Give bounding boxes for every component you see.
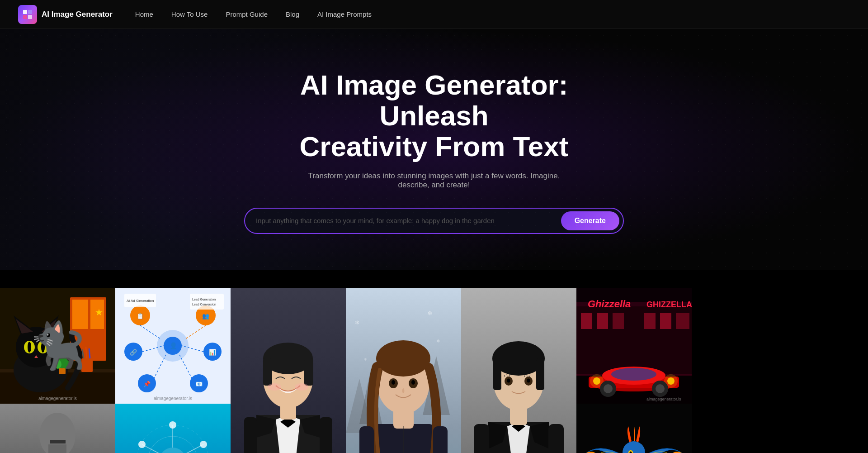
hero-title: AI Image Generator: Unleash Creativity F…: [253, 70, 615, 162]
svg-text:📊: 📊: [209, 348, 217, 356]
svg-rect-131: [493, 358, 501, 390]
svg-text:📌: 📌: [143, 380, 151, 388]
gallery-item-knight[interactable]: ✦ aimagegenerator.is: [0, 404, 115, 453]
nav-logo-text: AI Image Generator: [42, 10, 113, 19]
svg-rect-2: [23, 15, 27, 19]
svg-text:❄: ❄: [427, 310, 433, 317]
svg-rect-3: [28, 15, 32, 19]
nav-logo[interactable]: AI Image Generator: [18, 5, 113, 24]
svg-text:📋: 📋: [137, 312, 144, 320]
svg-marker-15: [42, 319, 57, 334]
svg-text:GHIZZELLA: GHIZZELLA: [646, 300, 692, 309]
svg-rect-1: [28, 10, 32, 14]
svg-point-16: [24, 341, 35, 353]
svg-rect-102: [244, 417, 257, 453]
svg-text:📧: 📧: [195, 380, 203, 388]
svg-rect-26: [59, 365, 66, 374]
svg-rect-145: [474, 424, 489, 453]
svg-rect-0: [23, 10, 27, 14]
svg-rect-6: [72, 300, 88, 329]
svg-text:Ai Ad Generation: Ai Ad Generation: [127, 299, 154, 303]
gallery-col-4: ❄ ❄ ❄ ❄ aimagegenerator.is: [346, 288, 461, 453]
svg-rect-103: [320, 417, 332, 453]
woman-snow-svg: ❄ ❄ ❄ ❄: [346, 288, 461, 453]
svg-rect-152: [613, 313, 624, 329]
svg-text:Lead Generation: Lead Generation: [192, 298, 216, 301]
svg-rect-21: [81, 358, 93, 372]
svg-text:★: ★: [95, 307, 103, 317]
svg-point-18: [28, 342, 31, 353]
svg-line-24: [89, 348, 90, 358]
nav-link-prompt-guide[interactable]: Prompt Guide: [226, 10, 268, 18]
tech-svg: 🔗: [115, 404, 231, 453]
svg-text:Ghizzella: Ghizzella: [588, 298, 631, 310]
svg-point-136: [527, 378, 530, 382]
gallery-item-woman-tux-1[interactable]: aimagegenerator.is: [231, 288, 346, 453]
svg-rect-68: [190, 294, 224, 310]
infographic-svg: 👤 📋 👥 🔗 📊 📌 📧: [115, 288, 231, 404]
generate-button[interactable]: Generate: [561, 211, 619, 230]
svg-rect-97: [304, 358, 313, 386]
nav-link-blog[interactable]: Blog: [286, 10, 299, 18]
svg-point-163: [611, 368, 656, 381]
gallery-item-tech[interactable]: 🔗 aimagegenerator.is: [115, 404, 231, 453]
gallery-item-car-neon[interactable]: Ghizzella GHIZZELLA: [576, 288, 692, 404]
svg-point-99: [295, 383, 308, 391]
svg-rect-96: [263, 358, 272, 386]
nav-link-how-to-use[interactable]: How To Use: [171, 10, 208, 18]
gallery-col-6: Ghizzella GHIZZELLA: [576, 288, 692, 453]
nav-link-home[interactable]: Home: [135, 10, 153, 18]
hero-section: AI Image Generator: Unleash Creativity F…: [0, 29, 868, 270]
svg-point-19: [41, 342, 45, 353]
svg-rect-151: [597, 313, 608, 329]
svg-rect-153: [644, 313, 656, 329]
svg-point-98: [268, 383, 281, 391]
search-bar: Generate: [244, 208, 624, 234]
svg-rect-155: [676, 313, 689, 329]
svg-point-29: [62, 360, 70, 369]
nav-link-ai-image-prompts[interactable]: AI Image Prompts: [317, 10, 372, 18]
gallery-col-2: 👤 📋 👥 🔗 📊 📌 📧: [115, 288, 231, 453]
svg-text:🔗: 🔗: [130, 348, 137, 356]
svg-text:❄: ❄: [436, 339, 440, 343]
car-neon-svg: Ghizzella GHIZZELLA: [576, 288, 692, 404]
svg-point-112: [376, 340, 430, 377]
svg-rect-150: [581, 313, 592, 329]
svg-point-115: [392, 380, 395, 385]
svg-rect-154: [660, 313, 671, 329]
gallery-item-woman-snow[interactable]: ❄ ❄ ❄ ❄ aimagegenerator.is: [346, 288, 461, 453]
cat-svg: ★: [0, 288, 115, 404]
gallery-col-3: aimagegenerator.is: [231, 288, 346, 453]
svg-rect-34: [50, 440, 66, 443]
gallery-item-black-cat[interactable]: ★ aimagegenerator.is: [0, 288, 115, 404]
gallery-item-woman-tux-2[interactable]: aimagegenerator.is: [461, 288, 576, 453]
svg-rect-146: [548, 424, 564, 453]
navbar: AI Image Generator Home How To Use Promp…: [0, 0, 868, 29]
gallery-col-1: ★ aimagegenerator.is: [0, 288, 115, 453]
woman-tux2-svg: [461, 288, 576, 453]
svg-text:👤: 👤: [170, 342, 178, 350]
svg-point-27: [57, 355, 67, 368]
svg-text:Lead Conversion: Lead Conversion: [192, 303, 216, 306]
svg-rect-33: [48, 444, 66, 453]
gallery-item-infographic[interactable]: 👤 📋 👥 🔗 📊 📌 📧: [115, 288, 231, 404]
svg-text:❄: ❄: [355, 319, 359, 326]
svg-point-116: [411, 380, 415, 385]
gallery-item-phoenix[interactable]: [576, 404, 692, 453]
svg-text:aimagegenerator.is: aimagegenerator.is: [646, 397, 681, 401]
svg-rect-118: [359, 426, 374, 453]
nav-links: Home How To Use Prompt Guide Blog AI Ima…: [135, 10, 372, 18]
svg-text:👥: 👥: [202, 312, 210, 320]
svg-rect-119: [433, 426, 448, 453]
svg-line-22: [82, 349, 84, 358]
svg-marker-20: [34, 355, 38, 358]
prompt-input[interactable]: [256, 217, 556, 224]
woman-tux-svg: [231, 288, 346, 453]
svg-point-28: [54, 360, 61, 369]
svg-point-17: [38, 341, 48, 353]
knight-svg: ✦: [0, 404, 115, 453]
svg-text:❄: ❄: [364, 358, 367, 362]
gallery-section: ★ aimagegenerator.is: [0, 270, 868, 453]
hero-subtitle: Transform your ideas into stunning image…: [298, 172, 570, 190]
gallery-grid: ★ aimagegenerator.is: [0, 288, 868, 453]
